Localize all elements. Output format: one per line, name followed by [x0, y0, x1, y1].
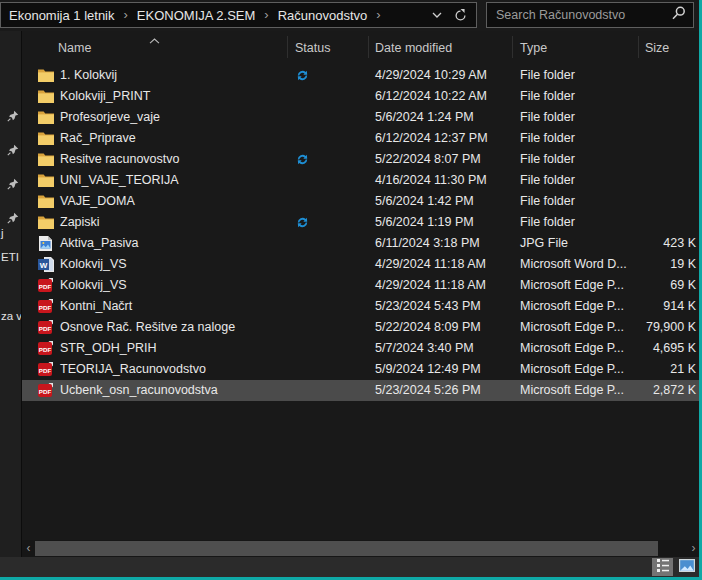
search-icon[interactable] [672, 6, 686, 24]
file-row[interactable]: W Kolokvij_VS 4/29/2024 11:18 AM Microso… [22, 254, 699, 275]
size-cell: 21 K [638, 359, 699, 380]
address-bar[interactable]: Ekonomija 1 letnik›EKONOMIJA 2.SEM›Račun… [0, 2, 477, 28]
svg-text:PDF: PDF [38, 388, 51, 395]
status-cell [287, 296, 368, 317]
breadcrumb: Ekonomija 1 letnik›EKONOMIJA 2.SEM›Račun… [1, 8, 432, 23]
pdf-icon: PDF [37, 299, 54, 314]
folder-icon [37, 132, 54, 145]
status-cell [287, 275, 368, 296]
column-label-status: Status [295, 41, 330, 55]
file-row[interactable]: Aktiva_Pasiva 6/11/2024 3:18 PM JPG File… [22, 233, 699, 254]
breadcrumb-item[interactable]: Računovodstvo [278, 8, 368, 23]
word-icon: W [37, 257, 54, 272]
pdf-icon: PDF [37, 320, 54, 335]
file-row[interactable]: Zapiski 5/6/2024 1:19 PM File folder [22, 212, 699, 233]
file-row[interactable]: PDF Osnove Rač. Rešitve za naloge 5/22/2… [22, 317, 699, 338]
breadcrumb-separator-icon[interactable]: › [376, 8, 380, 22]
size-cell [638, 191, 699, 212]
scrollbar-thumb[interactable] [35, 541, 658, 556]
pin-icon[interactable] [7, 142, 19, 160]
date-modified-cell: 5/22/2024 8:09 PM [368, 317, 512, 338]
date-modified-cell: 4/29/2024 11:18 AM [368, 275, 512, 296]
file-row[interactable]: UNI_VAJE_TEORIJA 4/16/2024 11:30 PM File… [22, 170, 699, 191]
search-input[interactable] [494, 7, 672, 23]
file-name: Kolokviji_PRINT [60, 86, 150, 107]
folder-icon [37, 90, 54, 103]
file-row[interactable]: PDF Kolokvij_VS 4/29/2024 11:18 AM Micro… [22, 275, 699, 296]
file-row[interactable]: PDF TEORIJA_Racunovodstvo 5/9/2024 12:49… [22, 359, 699, 380]
date-modified-cell: 5/7/2024 3:40 PM [368, 338, 512, 359]
folder-icon [37, 111, 54, 124]
scroll-left-arrow-icon[interactable]: ‹ [22, 540, 35, 557]
column-label-type: Type [520, 41, 547, 55]
file-row[interactable]: PDF Kontni_Načrt 5/23/2024 5:43 PM Micro… [22, 296, 699, 317]
column-header-row: Name Status Date modified Type Size [22, 31, 699, 64]
status-cell [287, 191, 368, 212]
date-modified-cell: 5/6/2024 1:24 PM [368, 107, 512, 128]
date-modified-cell: 4/29/2024 11:18 AM [368, 254, 512, 275]
size-cell [638, 128, 699, 149]
size-cell [638, 212, 699, 233]
search-box[interactable] [486, 2, 694, 28]
explorer-top-bar: Ekonomija 1 letnik›EKONOMIJA 2.SEM›Račun… [0, 0, 702, 31]
file-row[interactable]: PDF STR_ODH_PRIH 5/7/2024 3:40 PM Micros… [22, 338, 699, 359]
column-label-name: Name [58, 41, 91, 55]
column-label-date-modified: Date modified [375, 41, 452, 55]
status-cell [287, 170, 368, 191]
details-view-button[interactable] [652, 558, 673, 576]
svg-text:W: W [39, 261, 47, 270]
sync-icon [287, 65, 368, 86]
address-dropdown-icon[interactable] [432, 12, 442, 18]
file-name: 1. Kolokvij [60, 65, 117, 86]
type-cell: File folder [512, 128, 638, 149]
pdf-icon: PDF [37, 362, 54, 377]
breadcrumb-separator-icon[interactable]: › [124, 8, 128, 22]
horizontal-scrollbar[interactable]: ‹ › [22, 540, 700, 557]
type-cell: Microsoft Edge P... [512, 359, 638, 380]
file-name: STR_ODH_PRIH [60, 338, 157, 359]
size-cell [638, 170, 699, 191]
pdf-icon: PDF [37, 383, 54, 398]
breadcrumb-item[interactable]: EKONOMIJA 2.SEM [137, 8, 255, 23]
file-row[interactable]: VAJE_DOMA 5/6/2024 1:42 PM File folder [22, 191, 699, 212]
size-cell [638, 65, 699, 86]
column-header-status[interactable]: Status [287, 31, 368, 64]
sort-ascending-caret-icon [149, 33, 160, 47]
folder-icon [37, 69, 54, 82]
size-cell: 79,900 K [638, 317, 699, 338]
file-row[interactable]: Rač_Priprave 6/12/2024 12:37 PM File fol… [22, 128, 699, 149]
file-row[interactable]: Kolokviji_PRINT 6/12/2024 10:22 AM File … [22, 86, 699, 107]
column-header-date-modified[interactable]: Date modified [368, 31, 512, 64]
sidebar-item-fragment[interactable]: j [1, 227, 4, 239]
pdf-icon: PDF [37, 341, 54, 356]
file-row[interactable]: PDF Ucbenk_osn_racunovodstva 5/23/2024 5… [22, 380, 699, 401]
breadcrumb-separator-icon[interactable]: › [264, 8, 268, 22]
column-header-size[interactable]: Size [638, 31, 699, 64]
size-cell: 4,695 K [638, 338, 699, 359]
sync-icon [287, 149, 368, 170]
column-header-type[interactable]: Type [512, 31, 638, 64]
file-row[interactable]: Resitve racunovostvo 5/22/2024 8:07 PM F… [22, 149, 699, 170]
file-name: VAJE_DOMA [60, 191, 135, 212]
sidebar-item-fragment[interactable]: za v [1, 310, 22, 322]
file-name: TEORIJA_Racunovodstvo [60, 359, 206, 380]
type-cell: File folder [512, 191, 638, 212]
pin-icon[interactable] [7, 210, 19, 228]
date-modified-cell: 4/29/2024 10:29 AM [368, 65, 512, 86]
refresh-icon[interactable] [454, 9, 467, 22]
column-header-name[interactable]: Name [22, 31, 287, 64]
sidebar-item-fragment[interactable]: ETI [1, 251, 19, 263]
navigation-pane-sliver: jETIza v [0, 31, 22, 557]
large-icons-view-button[interactable] [676, 558, 697, 576]
folder-icon [37, 195, 54, 208]
file-row[interactable]: 1. Kolokvij 4/29/2024 10:29 AM File fold… [22, 65, 699, 86]
pin-icon[interactable] [7, 176, 19, 194]
svg-text:PDF: PDF [38, 346, 51, 353]
breadcrumb-item[interactable]: Ekonomija 1 letnik [9, 8, 115, 23]
file-row[interactable]: Profesorjeve_vaje 5/6/2024 1:24 PM File … [22, 107, 699, 128]
size-cell [638, 86, 699, 107]
date-modified-cell: 5/23/2024 5:43 PM [368, 296, 512, 317]
pin-icon[interactable] [7, 108, 19, 126]
details-view-icon [657, 558, 669, 576]
date-modified-cell: 4/16/2024 11:30 PM [368, 170, 512, 191]
